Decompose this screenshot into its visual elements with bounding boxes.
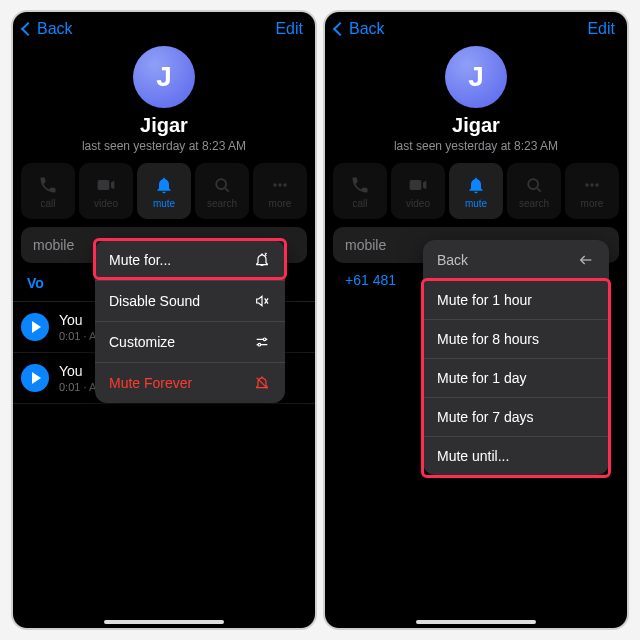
- svg-point-4: [263, 338, 266, 341]
- screenshot-pair: Back Edit J Jigar last seen yesterday at…: [11, 10, 629, 630]
- search-label: search: [207, 198, 237, 209]
- action-row: call video mute search more: [325, 163, 627, 219]
- svg-point-0: [216, 179, 226, 189]
- home-indicator: [416, 620, 536, 624]
- avatar-initial: J: [156, 61, 172, 93]
- call-label: call: [40, 198, 55, 209]
- menu-item-disable-sound[interactable]: Disable Sound: [95, 281, 285, 322]
- video-button[interactable]: video: [79, 163, 133, 219]
- call-button[interactable]: call: [21, 163, 75, 219]
- call-label: call: [352, 198, 367, 209]
- edit-button[interactable]: Edit: [587, 20, 615, 38]
- svg-point-2: [278, 183, 281, 186]
- menu-item-label: Mute until...: [437, 448, 509, 464]
- video-icon: [407, 174, 429, 196]
- menu-item-label: Mute Forever: [109, 375, 192, 391]
- menu-item-until[interactable]: Mute until...: [423, 437, 609, 475]
- back-button[interactable]: Back: [335, 20, 385, 38]
- action-row: call video mute search more: [13, 163, 315, 219]
- svg-point-9: [595, 183, 598, 186]
- menu-item-7d[interactable]: Mute for 7 days: [423, 398, 609, 437]
- menu-item-1d[interactable]: Mute for 1 day: [423, 359, 609, 398]
- menu-item-label: Mute for...: [109, 252, 171, 268]
- mobile-label: mobile: [33, 237, 74, 253]
- chevron-left-icon: [333, 22, 347, 36]
- bell-icon: [465, 174, 487, 196]
- more-button[interactable]: more: [565, 163, 619, 219]
- nav-bar: Back Edit: [13, 12, 315, 42]
- sliders-icon: [253, 333, 271, 351]
- menu-back-label: Back: [437, 252, 468, 268]
- video-button[interactable]: video: [391, 163, 445, 219]
- video-label: video: [94, 198, 118, 209]
- svg-point-3: [283, 183, 286, 186]
- mute-button[interactable]: mute: [449, 163, 503, 219]
- bell-icon: [153, 174, 175, 196]
- phone-icon: [349, 174, 371, 196]
- search-icon: [211, 174, 233, 196]
- phone-left: Back Edit J Jigar last seen yesterday at…: [11, 10, 317, 630]
- menu-item-8h[interactable]: Mute for 8 hours: [423, 320, 609, 359]
- menu-item-label: Disable Sound: [109, 293, 200, 309]
- menu-item-1h[interactable]: Mute for 1 hour: [423, 281, 609, 320]
- speaker-off-icon: [253, 292, 271, 310]
- voice-tab[interactable]: Vo: [21, 271, 50, 299]
- contact-name: Jigar: [13, 114, 315, 137]
- avatar-initial: J: [468, 61, 484, 93]
- menu-item-mute-for[interactable]: Mute for...: [95, 240, 285, 281]
- ellipsis-icon: [581, 174, 603, 196]
- mute-context-menu: Mute for... Disable Sound Customize Mute…: [95, 240, 285, 403]
- play-icon[interactable]: [21, 313, 49, 341]
- mobile-value: +61 481: [345, 272, 396, 288]
- back-button[interactable]: Back: [23, 20, 73, 38]
- mobile-label: mobile: [345, 237, 386, 253]
- mute-label: mute: [153, 198, 175, 209]
- more-label: more: [581, 198, 604, 209]
- search-icon: [523, 174, 545, 196]
- home-indicator: [104, 620, 224, 624]
- svg-point-5: [258, 343, 261, 346]
- arrow-left-icon: [577, 251, 595, 269]
- phone-right: Back Edit J Jigar last seen yesterday at…: [323, 10, 629, 630]
- mute-label: mute: [465, 198, 487, 209]
- mute-button[interactable]: mute: [137, 163, 191, 219]
- video-label: video: [406, 198, 430, 209]
- nav-bar: Back Edit: [325, 12, 627, 42]
- menu-item-label: Mute for 1 hour: [437, 292, 532, 308]
- search-label: search: [519, 198, 549, 209]
- last-seen: last seen yesterday at 8:23 AM: [325, 139, 627, 153]
- video-icon: [95, 174, 117, 196]
- phone-icon: [37, 174, 59, 196]
- menu-back[interactable]: Back: [423, 240, 609, 281]
- back-label: Back: [37, 20, 73, 38]
- chevron-left-icon: [21, 22, 35, 36]
- call-button[interactable]: call: [333, 163, 387, 219]
- play-icon[interactable]: [21, 364, 49, 392]
- avatar[interactable]: J: [445, 46, 507, 108]
- edit-button[interactable]: Edit: [275, 20, 303, 38]
- avatar[interactable]: J: [133, 46, 195, 108]
- back-label: Back: [349, 20, 385, 38]
- more-button[interactable]: more: [253, 163, 307, 219]
- menu-item-label: Mute for 8 hours: [437, 331, 539, 347]
- svg-point-8: [590, 183, 593, 186]
- bell-z-icon: [253, 251, 271, 269]
- svg-point-1: [273, 183, 276, 186]
- svg-point-6: [528, 179, 538, 189]
- search-button[interactable]: search: [507, 163, 561, 219]
- last-seen: last seen yesterday at 8:23 AM: [13, 139, 315, 153]
- contact-name: Jigar: [325, 114, 627, 137]
- menu-item-label: Customize: [109, 334, 175, 350]
- bell-slash-icon: [253, 374, 271, 392]
- menu-item-label: Mute for 1 day: [437, 370, 527, 386]
- menu-item-label: Mute for 7 days: [437, 409, 534, 425]
- more-label: more: [269, 198, 292, 209]
- search-button[interactable]: search: [195, 163, 249, 219]
- menu-item-mute-forever[interactable]: Mute Forever: [95, 363, 285, 403]
- mute-duration-menu: Back Mute for 1 hour Mute for 8 hours Mu…: [423, 240, 609, 475]
- svg-point-7: [585, 183, 588, 186]
- menu-item-customize[interactable]: Customize: [95, 322, 285, 363]
- ellipsis-icon: [269, 174, 291, 196]
